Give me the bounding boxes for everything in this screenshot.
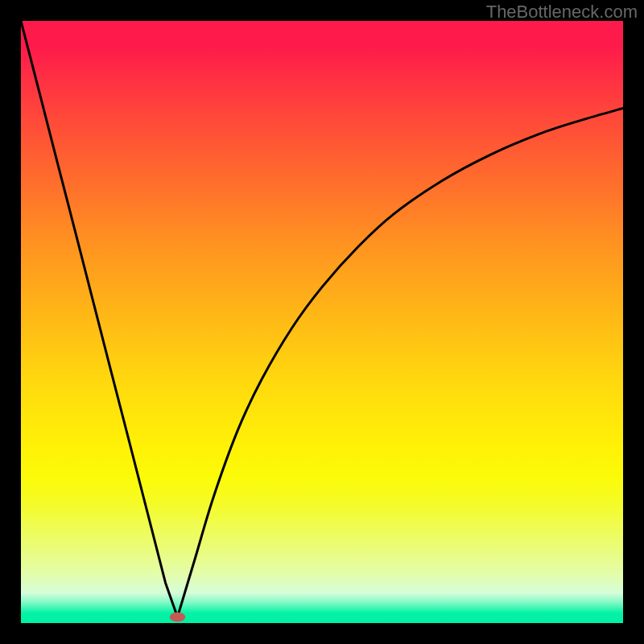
curve-right-branch [177,108,623,617]
curve-left-branch [21,21,177,617]
chart-frame: TheBottleneck.com [0,0,644,644]
plot-area [21,21,623,623]
minimum-marker [170,613,185,622]
watermark-text: TheBottleneck.com [486,2,638,23]
curve-svg [21,21,623,623]
